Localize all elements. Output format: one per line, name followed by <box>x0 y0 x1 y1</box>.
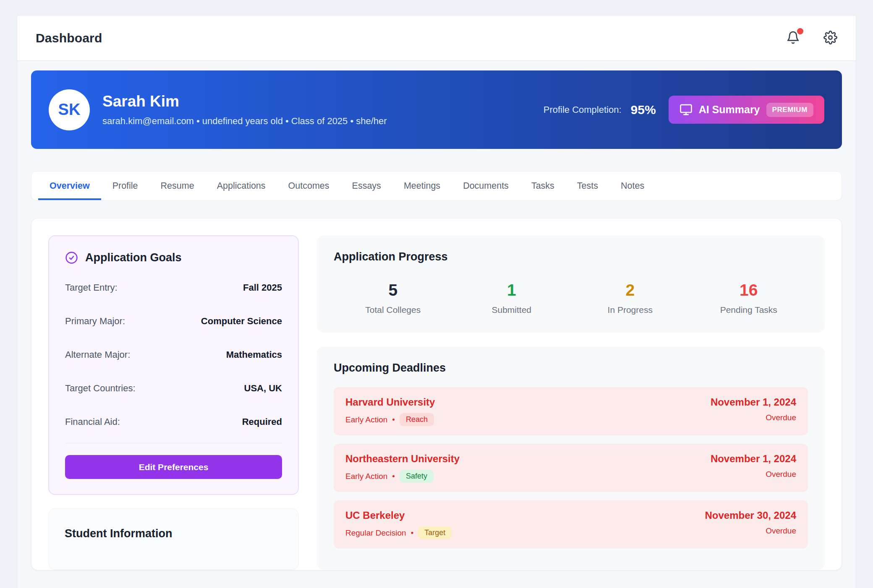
tab-outcomes[interactable]: Outcomes <box>277 172 341 200</box>
deadline-status: Overdue <box>705 526 796 536</box>
header-icons <box>786 31 837 46</box>
profile-completion-label: Profile Completion: <box>544 104 622 115</box>
bullet-separator: • <box>411 528 414 538</box>
goal-label: Financial Aid: <box>65 416 120 427</box>
deadline-left: Northeastern University Early Action • S… <box>345 453 460 483</box>
stat-value: 1 <box>452 281 571 299</box>
goals-rows: Target Entry: Fall 2025 Primary Major: C… <box>65 271 282 439</box>
goals-header: Application Goals <box>65 251 282 264</box>
profile-completion-value: 95% <box>631 103 656 117</box>
monitor-icon <box>680 103 693 116</box>
deadline-status: Overdue <box>711 413 796 422</box>
ai-summary-button[interactable]: AI Summary PREMIUM <box>669 96 824 124</box>
tab-tasks[interactable]: Tasks <box>520 172 566 200</box>
deadlines-title: Upcoming Deadlines <box>334 362 808 375</box>
deadline-sub: Early Action • Safety <box>345 470 460 483</box>
goal-row-alternate-major: Alternate Major: Mathematics <box>65 338 282 372</box>
goal-row-primary-major: Primary Major: Computer Science <box>65 304 282 338</box>
stat-value: 5 <box>334 281 452 299</box>
page-title: Dashboard <box>36 31 102 45</box>
banner-right: Profile Completion: 95% AI Summary PREMI… <box>544 96 824 124</box>
goal-label: Target Entry: <box>65 282 118 293</box>
deadline-sub: Early Action • Reach <box>345 413 435 426</box>
deadline-plan: Early Action <box>345 415 387 424</box>
check-circle-icon <box>65 251 78 264</box>
content-area: SK Sarah Kim sarah.kim@email.com • undef… <box>17 70 856 570</box>
top-header: Dashboard <box>17 16 856 61</box>
deadline-row-uc-berkeley[interactable]: UC Berkeley Regular Decision • Target No… <box>334 500 808 549</box>
goal-value: Computer Science <box>201 316 282 327</box>
goal-value: USA, UK <box>244 383 282 394</box>
settings-button[interactable] <box>823 31 837 46</box>
profile-name: Sarah Kim <box>102 93 387 110</box>
bullet-separator: • <box>392 472 395 481</box>
goal-value: Fall 2025 <box>243 282 282 293</box>
profile-banner: SK Sarah Kim sarah.kim@email.com • undef… <box>31 70 842 149</box>
notifications-button[interactable] <box>786 31 800 46</box>
goal-label: Target Countries: <box>65 383 136 394</box>
goal-row-target-countries: Target Countries: USA, UK <box>65 372 282 405</box>
goal-value: Required <box>242 416 282 427</box>
deadline-date: November 1, 2024 <box>711 453 796 465</box>
goal-row-financial-aid: Financial Aid: Required <box>65 405 282 439</box>
deadline-row-harvard[interactable]: Harvard University Early Action • Reach … <box>334 387 808 435</box>
stat-value: 2 <box>571 281 690 299</box>
goal-value: Mathematics <box>226 349 282 360</box>
right-column: Application Progress 5 Total Colleges 1 … <box>317 235 825 570</box>
progress-title: Application Progress <box>334 250 808 263</box>
deadline-row-northeastern[interactable]: Northeastern University Early Action • S… <box>334 444 808 492</box>
divider <box>65 443 282 443</box>
stat-pending-tasks: 16 Pending Tasks <box>690 281 808 315</box>
stat-label: Total Colleges <box>334 305 452 315</box>
premium-badge: PREMIUM <box>766 103 813 117</box>
tab-overview[interactable]: Overview <box>38 172 101 200</box>
tab-resume[interactable]: Resume <box>149 172 206 200</box>
overview-panel: Application Goals Target Entry: Fall 202… <box>31 218 842 570</box>
gear-icon <box>823 31 837 46</box>
tab-profile[interactable]: Profile <box>101 172 149 200</box>
student-information-card: Student Information <box>48 508 299 570</box>
edit-preferences-button[interactable]: Edit Preferences <box>65 455 282 479</box>
tab-documents[interactable]: Documents <box>452 172 520 200</box>
deadline-school: Harvard University <box>345 396 435 408</box>
stat-in-progress: 2 In Progress <box>571 281 690 315</box>
deadline-school: Northeastern University <box>345 453 460 465</box>
deadline-sub: Regular Decision • Target <box>345 526 452 539</box>
stat-label: In Progress <box>571 305 690 315</box>
deadline-date: November 30, 2024 <box>705 510 796 521</box>
progress-stats: 5 Total Colleges 1 Submitted 2 In Progre… <box>334 281 808 315</box>
student-information-title: Student Information <box>65 527 282 540</box>
notification-dot <box>797 28 803 34</box>
deadline-badge-safety: Safety <box>400 470 434 483</box>
left-column: Application Goals Target Entry: Fall 202… <box>48 235 299 570</box>
goal-label: Primary Major: <box>65 316 125 327</box>
tab-applications[interactable]: Applications <box>206 172 277 200</box>
tab-bar: Overview Profile Resume Applications Out… <box>31 171 842 200</box>
deadline-right: November 1, 2024 Overdue <box>711 453 796 483</box>
stat-label: Submitted <box>452 305 571 315</box>
tab-essays[interactable]: Essays <box>341 172 392 200</box>
tab-notes[interactable]: Notes <box>609 172 656 200</box>
ai-summary-label: AI Summary <box>699 104 760 116</box>
goal-row-target-entry: Target Entry: Fall 2025 <box>65 271 282 304</box>
deadline-plan: Early Action <box>345 472 387 481</box>
stat-value: 16 <box>690 281 808 299</box>
goals-title: Application Goals <box>85 251 182 264</box>
deadline-right: November 1, 2024 Overdue <box>711 396 796 426</box>
deadline-school: UC Berkeley <box>345 510 452 521</box>
app-panel: Dashboard SK Sarah Kim sarah.kim@email.c… <box>17 16 856 588</box>
upcoming-deadlines-card: Upcoming Deadlines Harvard University Ea… <box>317 346 825 570</box>
tab-meetings[interactable]: Meetings <box>392 172 452 200</box>
tab-tests[interactable]: Tests <box>566 172 609 200</box>
stat-total-colleges: 5 Total Colleges <box>334 281 452 315</box>
deadline-status: Overdue <box>711 470 796 479</box>
application-progress-card: Application Progress 5 Total Colleges 1 … <box>317 235 825 333</box>
deadline-plan: Regular Decision <box>345 528 406 538</box>
application-goals-card: Application Goals Target Entry: Fall 202… <box>48 235 299 495</box>
avatar: SK <box>49 89 90 130</box>
profile-meta: sarah.kim@email.com • undefined years ol… <box>102 116 387 127</box>
deadline-left: Harvard University Early Action • Reach <box>345 396 435 426</box>
deadline-badge-reach: Reach <box>400 413 434 426</box>
goal-label: Alternate Major: <box>65 349 130 360</box>
profile-identity: Sarah Kim sarah.kim@email.com • undefine… <box>102 93 387 127</box>
